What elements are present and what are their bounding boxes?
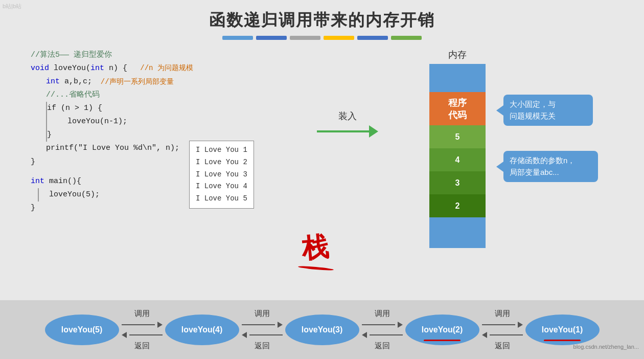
code-if-stmt: if (n > 1) { xyxy=(47,102,102,115)
code-line-recursive: loveYou(n-1); xyxy=(47,115,127,128)
output-line-3: I Love You 3 xyxy=(196,169,247,181)
code-line-int-abc: int a,b,c; //声明一系列局部变量 xyxy=(31,75,245,88)
arrow-back-1 xyxy=(122,330,163,340)
arrow-call-label-2: 调用 xyxy=(255,309,270,319)
code-if-close: } xyxy=(47,128,52,142)
mem-block-program-code: 程序代码 xyxy=(429,92,486,125)
arrow-return-label-3: 返回 xyxy=(375,341,390,351)
arrow-segment-4: 调用 返回 xyxy=(479,309,525,351)
arrow-back-2 xyxy=(242,330,283,340)
arrow-segment-3: 调用 返回 xyxy=(359,309,405,351)
arrow-return-label-1: 返回 xyxy=(134,341,150,351)
stack-underline xyxy=(298,265,334,271)
code-keyword-int2: int xyxy=(46,75,60,88)
code-line-void: void loveYou( int n) { //n 为问题规模 xyxy=(31,62,245,75)
load-label: 装入 xyxy=(338,110,357,122)
color-bar-item-4 xyxy=(324,36,354,40)
code-main-close: } xyxy=(31,201,35,215)
stack-char: 栈 xyxy=(300,229,330,267)
arrow-segment-2: 调用 返回 xyxy=(239,309,285,351)
memory-label: 内存 xyxy=(429,49,486,61)
arrow-segment-1: 调用 返回 xyxy=(119,309,165,351)
call-node-1: loveYou(1) xyxy=(525,315,600,345)
code-printf-stmt: printf("I Love You %d\n", n); xyxy=(46,142,179,155)
output-line-1: I Love You 1 xyxy=(196,144,247,156)
mem-block-4: 4 xyxy=(429,148,486,171)
code-param-n: n) { xyxy=(104,62,127,75)
code-recursive-call: loveYou(n-1); xyxy=(67,115,127,128)
callout-store-params-text: 存储函数的参数n，局部变量abc... xyxy=(510,156,575,176)
arrow-back-4 xyxy=(482,330,523,340)
call-node-4: loveYou(4) xyxy=(165,315,239,345)
main-container: b站|b站 函数递归调用带来的内存开销 //算法5—— 递归型爱你 void l… xyxy=(0,0,644,359)
mem-block-blue-bot xyxy=(429,217,486,248)
code-annotation-abc: //声明一系列局部变量 xyxy=(92,76,174,88)
code-comment1: //算法5—— 递归型爱你 xyxy=(31,49,112,62)
output-line-5: I Love You 5 xyxy=(196,193,247,205)
page-title: 函数递归调用带来的内存开销 xyxy=(0,0,644,32)
call-node-3-label: loveYou(3) xyxy=(302,325,343,334)
code-fn-loveyou: loveYou( xyxy=(49,62,90,75)
arrow-return-label-2: 返回 xyxy=(255,341,270,351)
arrow-fwd-4 xyxy=(482,320,523,330)
code-keyword-int-main: int xyxy=(31,175,44,188)
color-bar xyxy=(0,36,644,40)
arrow-fwd-2 xyxy=(242,320,283,330)
mem-block-5: 5 xyxy=(429,125,486,148)
arrow-call-label-4: 调用 xyxy=(495,309,510,319)
call-node-4-label: loveYou(4) xyxy=(181,325,223,334)
arrow-call-label-3: 调用 xyxy=(375,309,390,319)
callout-store-params: 存储函数的参数n，局部变量abc... xyxy=(503,151,598,182)
color-bar-item-2 xyxy=(256,36,287,40)
arrow-back-3 xyxy=(362,330,403,340)
code-loveyou5-call: loveYou(5); xyxy=(49,188,100,201)
load-arrow-icon xyxy=(317,124,378,139)
mem-block-blue-top xyxy=(429,64,486,92)
arrow-fwd-1 xyxy=(122,320,163,330)
call-node-2-label: loveYou(2) xyxy=(422,325,463,334)
color-bar-item-5 xyxy=(357,36,388,40)
code-line-if: if (n > 1) { xyxy=(47,102,127,115)
output-line-4: I Love You 4 xyxy=(196,181,247,193)
code-line-omit: //...省略代码 xyxy=(31,88,245,102)
code-keyword-void: void xyxy=(31,62,49,75)
mem-block-3: 3 xyxy=(429,171,486,194)
arrow-return-label-4: 返回 xyxy=(495,341,510,351)
code-main-fn: main(){ xyxy=(44,175,81,188)
bottom-call-chain: loveYou(5) 调用 返回 loveYou(4) 调用 返回 loveYo… xyxy=(0,300,644,359)
color-bar-item-1 xyxy=(222,36,253,40)
output-line-2: I Love You 2 xyxy=(196,156,247,169)
arrow-call-label-1: 调用 xyxy=(134,309,150,319)
call-node-5: loveYou(5) xyxy=(45,315,119,345)
arrow-fwd-3 xyxy=(362,320,403,330)
code-line-comment1: //算法5—— 递归型爱你 xyxy=(31,49,245,62)
code-fn-close: } xyxy=(31,155,35,169)
load-arrow-area: 装入 xyxy=(317,110,378,139)
output-box: I Love You 1 I Love You 2 I Love You 3 I… xyxy=(189,141,254,209)
code-keyword-int: int xyxy=(90,62,104,75)
call-node-2: loveYou(2) xyxy=(405,315,479,345)
blog-url: blog.csdn.net/zheng_lan... xyxy=(573,344,639,350)
code-vars-abc: a,b,c; xyxy=(60,75,92,88)
memory-section: 内存 程序代码 5 4 3 2 xyxy=(429,49,486,248)
call-node-3: loveYou(3) xyxy=(285,315,359,345)
code-comment-omit: //...省略代码 xyxy=(46,88,100,102)
call-node-5-label: loveYou(5) xyxy=(61,325,103,334)
code-if-block: if (n > 1) { loveYou(n-1); } xyxy=(31,102,245,142)
code-line-if-close: } xyxy=(47,128,127,142)
callout-fixed-size: 大小固定，与问题规模无关 xyxy=(503,95,593,126)
code-annotation-n: //n 为问题规模 xyxy=(127,62,193,75)
code-line-loveyou5: loveYou(5); xyxy=(39,188,100,201)
memory-diagram: 程序代码 5 4 3 2 xyxy=(429,64,486,248)
call-node-1-label: loveYou(1) xyxy=(542,325,583,334)
color-bar-item-6 xyxy=(391,36,422,40)
watermark: b站|b站 xyxy=(3,3,21,10)
callout-fixed-size-text: 大小固定，与问题规模无关 xyxy=(510,100,556,120)
mem-block-2: 2 xyxy=(429,194,486,217)
color-bar-item-3 xyxy=(290,36,320,40)
mem-program-code-label: 程序代码 xyxy=(448,97,467,121)
